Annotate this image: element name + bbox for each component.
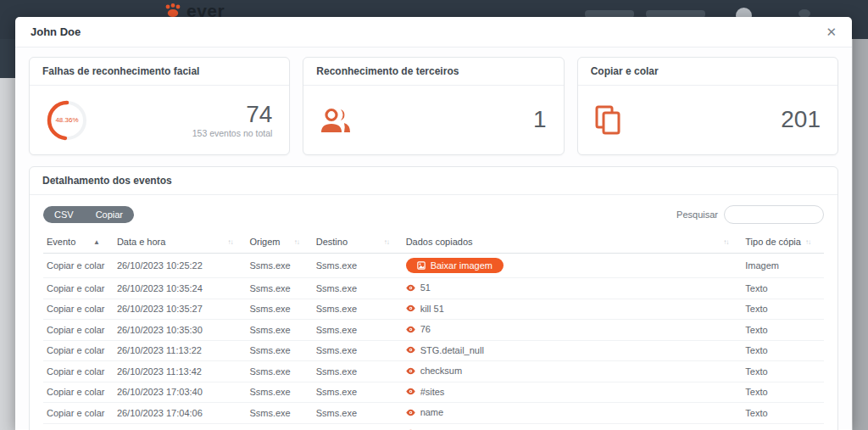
column-header-tipo-de-copia[interactable]: Tipo de cópia↑↓ [742,232,824,254]
cell-tipo: Texto [742,382,824,403]
cell-origem: Ssms.exe [246,340,312,361]
modal-header: John Doe ✕ [15,17,852,47]
cell-dados: #sites [403,382,743,403]
user-events-modal: John Doe ✕ Falhas de reconhecimento faci… [15,17,852,430]
cell-dados: category_id [403,423,743,430]
table-row: Copiar e colar26/10/2023 17:04:11Ssms.ex… [43,423,824,430]
eye-icon [406,387,415,396]
card-third-party-recognition: Reconhecimento de terceiros 1 [303,57,564,155]
modal-body: Falhas de reconhecimento facial 48.36% 7… [15,47,852,429]
card-title: Reconhecimento de terceiros [303,58,563,86]
card-copy-paste: Copiar e colar 201 [577,57,838,155]
cell-origem: Ssms.exe [246,382,312,403]
cell-data-hora: 26/10/2023 17:03:40 [114,382,247,403]
card-title: Falhas de reconhecimento facial [30,58,289,86]
cell-evento: Copiar e colar [43,299,114,320]
cell-evento: Copiar e colar [43,254,114,278]
cell-destino: Ssms.exe [313,254,403,278]
cell-evento: Copiar e colar [43,278,114,299]
donut-percent-label: 48.36% [45,98,89,142]
events-title: Detalhamento dos eventos [30,167,837,195]
cell-tipo: Texto [742,340,824,361]
cell-origem: Ssms.exe [246,423,312,430]
close-icon[interactable]: ✕ [826,25,837,38]
cell-tipo: Imagem [742,254,824,278]
cell-evento: Copiar e colar [43,382,114,403]
donut-gauge: 48.36% [45,98,89,142]
sort-icon: ↑↓ [384,238,389,246]
copied-data-text: kill 51 [420,304,444,314]
modal-title: John Doe [31,25,81,38]
card-subtitle: 153 eventos no total [192,128,273,138]
card-title: Copiar e colar [578,58,837,86]
cell-tipo: Texto [742,423,824,430]
eye-icon [406,345,415,355]
download-image-button[interactable]: Baixar imagem [406,258,504,273]
cell-destino: Ssms.exe [313,278,403,299]
sort-icon: ↑↓ [805,238,810,246]
cell-destino: Ssms.exe [313,403,403,424]
search-label: Pesquisar [676,209,718,220]
copied-data-text: checksum [420,366,463,376]
column-header-evento[interactable]: Evento▲ [43,232,114,254]
sort-icon: ↑↓ [294,238,299,246]
table-row: Copiar e colar26/10/2023 17:04:06Ssms.ex… [43,403,824,424]
sort-ascending-icon: ▲ [93,238,100,246]
table-row: Copiar e colar26/10/2023 10:25:22Ssms.ex… [43,254,824,278]
column-label: Evento [47,237,75,247]
cell-data-hora: 26/10/2023 17:04:11 [114,423,247,430]
cell-destino: Ssms.exe [313,320,403,341]
table-row: Copiar e colar26/10/2023 10:35:30Ssms.ex… [43,320,824,341]
copied-data-text: 76 [420,324,431,334]
search-input[interactable] [724,205,824,224]
cell-evento: Copiar e colar [43,320,114,341]
card-value: 201 [781,107,821,133]
card-facial-recognition-failures: Falhas de reconhecimento facial 48.36% 7… [29,57,290,155]
events-detail-card: Detalhamento dos eventos CSV Copiar Pesq… [29,166,838,430]
sort-icon: ↑↓ [723,238,728,246]
eye-icon [406,304,415,313]
eye-icon [406,366,415,376]
table-header-row: Evento▲Data e hora↑↓Origem↑↓Destino↑↓Dad… [43,232,824,254]
download-image-label: Baixar imagem [431,260,492,271]
cell-tipo: Texto [742,299,824,320]
column-header-origem[interactable]: Origem↑↓ [246,232,312,254]
cell-origem: Ssms.exe [246,320,312,341]
cell-data-hora: 26/10/2023 17:04:06 [114,403,247,424]
page-scrollbar[interactable] [853,39,868,430]
cell-data-hora: 26/10/2023 11:13:42 [114,361,247,383]
copied-data-text: STG.detail_null [420,345,484,355]
column-header-dados-copiados[interactable]: Dados copiados↑↓ [403,232,743,254]
cell-data-hora: 26/10/2023 10:35:24 [114,278,247,299]
cell-data-hora: 26/10/2023 11:13:22 [114,340,247,361]
cell-data-hora: 26/10/2023 10:35:30 [114,320,247,341]
events-table: Evento▲Data e hora↑↓Origem↑↓Destino↑↓Dad… [43,232,824,430]
cell-tipo: Texto [742,361,824,383]
cell-data-hora: 26/10/2023 10:35:27 [114,299,247,320]
card-value: 1 [533,107,547,133]
cell-origem: Ssms.exe [246,299,312,320]
cell-origem: Ssms.exe [246,254,312,278]
csv-export-button[interactable]: CSV [43,206,85,223]
cell-evento: Copiar e colar [43,423,114,430]
cell-dados: name [403,403,743,424]
cell-evento: Copiar e colar [43,403,114,424]
eye-icon [406,408,415,417]
cell-dados: 51 [403,278,743,299]
cell-destino: Ssms.exe [313,340,403,361]
column-label: Origem [249,237,280,247]
card-value: 74 [192,102,273,128]
cell-destino: Ssms.exe [313,423,403,430]
sidebar-edge [0,39,15,78]
column-header-data-e-hora[interactable]: Data e hora↑↓ [114,232,247,254]
column-label: Data e hora [117,237,165,247]
cell-destino: Ssms.exe [313,382,403,403]
column-label: Dados copiados [406,237,473,247]
stat-cards-row: Falhas de reconhecimento facial 48.36% 7… [29,57,838,155]
cell-dados: checksum [403,361,743,383]
table-row: Copiar e colar26/10/2023 11:13:22Ssms.ex… [43,340,824,361]
cell-dados: STG.detail_null [403,340,743,361]
copy-export-button[interactable]: Copiar [85,206,134,223]
column-header-destino[interactable]: Destino↑↓ [313,232,403,254]
sort-icon: ↑↓ [227,238,232,246]
